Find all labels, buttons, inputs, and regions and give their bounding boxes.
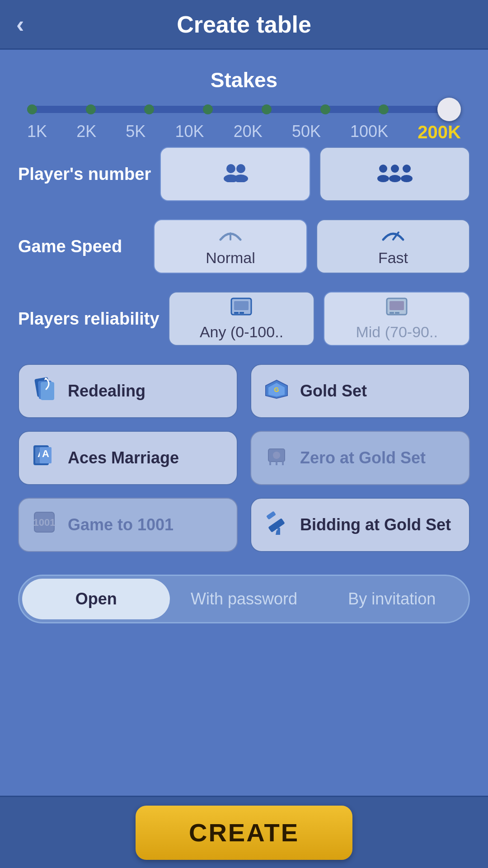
zero-at-gold-set-icon: [262, 443, 291, 473]
svg-point-32: [273, 452, 280, 459]
svg-text:A: A: [42, 448, 49, 459]
slider-dot-5k: [144, 104, 154, 114]
svg-rect-19: [395, 312, 399, 314]
svg-point-8: [403, 165, 411, 173]
create-button[interactable]: CREATE: [136, 806, 352, 860]
redealing-icon: [30, 376, 59, 406]
stake-label-10k: 10K: [175, 122, 204, 142]
svg-point-5: [377, 175, 389, 182]
game-speed-label: Game Speed: [18, 237, 145, 256]
svg-rect-18: [389, 312, 394, 314]
back-button[interactable]: ‹: [16, 11, 24, 38]
reliability-any-button[interactable]: Any (0-100..: [169, 292, 315, 346]
reliability-options: Any (0-100.. Mid (70-90..: [169, 292, 470, 346]
slider-dot-10k: [203, 104, 213, 114]
bidding-at-gold-set-label: Bidding at Gold Set: [300, 515, 451, 534]
slider-dots: [27, 98, 461, 121]
any-reliability-label: Any (0-100..: [200, 323, 283, 341]
bidding-at-gold-set-button[interactable]: Bidding at Gold Set: [250, 498, 470, 552]
stake-label-2k: 2K: [76, 122, 96, 142]
three-players-icon: [377, 162, 413, 186]
stake-label-1k: 1K: [27, 122, 47, 142]
fast-speed-icon: [381, 226, 405, 246]
svg-point-7: [389, 175, 401, 182]
players-number-label: Player's number: [18, 165, 151, 184]
game-to-1001-label: Game to 1001: [68, 515, 174, 534]
stake-label-200k: 200K: [418, 122, 461, 142]
players-2-button[interactable]: [160, 147, 310, 201]
normal-speed-icon: [219, 226, 242, 246]
svg-point-2: [236, 164, 245, 173]
stake-label-50k: 50K: [292, 122, 321, 142]
svg-rect-13: [234, 301, 249, 310]
svg-rect-17: [389, 301, 404, 310]
stakes-title: Stakes: [18, 68, 470, 92]
stake-label-100k: 100K: [350, 122, 388, 142]
slider-labels: 1K 2K 5K 10K 20K 50K 100K 200K: [27, 122, 461, 142]
svg-point-9: [401, 175, 413, 182]
svg-point-6: [391, 165, 399, 173]
gold-set-button[interactable]: G Gold Set: [250, 364, 470, 418]
access-invitation-button[interactable]: By invitation: [318, 579, 466, 619]
speed-fast-button[interactable]: Fast: [316, 219, 470, 274]
svg-rect-15: [239, 312, 244, 314]
stakes-slider-track[interactable]: [27, 106, 461, 113]
slider-dot-100k: [379, 104, 389, 114]
game-speed-row: Game Speed Normal Fast: [18, 219, 470, 274]
svg-rect-39: [266, 511, 276, 520]
players-number-row: Player's number: [18, 147, 470, 201]
footer: CREATE: [0, 796, 488, 868]
zero-at-gold-set-label: Zero at Gold Set: [300, 448, 426, 467]
players-reliability-row: Players reliability Any (0-100..: [18, 292, 470, 346]
page-title: Create table: [177, 11, 311, 38]
aces-marriage-button[interactable]: A A Aces Marriage: [18, 431, 238, 485]
stakes-slider-container: 1K 2K 5K 10K 20K 50K 100K 200K: [18, 106, 470, 142]
two-players-icon: [222, 162, 249, 186]
game-to-1001-button[interactable]: 1001 Game to 1001: [18, 498, 238, 552]
header: ‹ Create table: [0, 0, 488, 50]
slider-dot-2k: [86, 104, 96, 114]
aces-marriage-label: Aces Marriage: [68, 448, 179, 467]
redealing-label: Redealing: [68, 382, 145, 401]
redealing-button[interactable]: Redealing: [18, 364, 238, 418]
normal-speed-label: Normal: [206, 249, 255, 267]
access-open-button[interactable]: Open: [22, 579, 170, 619]
features-grid: Redealing G Gold Set A A: [18, 364, 470, 552]
svg-rect-14: [234, 312, 239, 314]
fast-speed-label: Fast: [378, 249, 408, 267]
stake-label-5k: 5K: [126, 122, 145, 142]
slider-dot-1k: [27, 104, 37, 114]
main-content: Stakes 1K 2K 5K 10K 20K: [0, 50, 488, 796]
players-3-button[interactable]: [319, 147, 470, 201]
svg-text:G: G: [274, 386, 279, 393]
svg-point-0: [226, 164, 235, 173]
stakes-section: Stakes 1K 2K 5K 10K 20K: [18, 68, 470, 142]
slider-dot-200k: [437, 98, 461, 121]
stake-label-20k: 20K: [234, 122, 263, 142]
svg-point-4: [379, 165, 387, 173]
access-row: Open With password By invitation: [18, 575, 470, 623]
players-number-options: [160, 147, 470, 201]
reliability-mid-button[interactable]: Mid (70-90..: [324, 292, 470, 346]
any-reliability-icon: [230, 297, 253, 321]
svg-text:1001: 1001: [33, 517, 56, 528]
mid-reliability-icon: [385, 297, 408, 321]
mid-reliability-label: Mid (70-90..: [356, 323, 437, 341]
game-speed-options: Normal Fast: [154, 219, 470, 274]
players-reliability-label: Players reliability: [18, 309, 160, 329]
slider-dot-50k: [320, 104, 330, 114]
svg-rect-22: [41, 382, 54, 400]
slider-dot-20k: [262, 104, 272, 114]
access-password-button[interactable]: With password: [170, 579, 318, 619]
speed-normal-button[interactable]: Normal: [154, 219, 307, 274]
aces-marriage-icon: A A: [30, 443, 59, 473]
game-to-1001-icon: 1001: [30, 509, 59, 540]
gold-set-icon: G: [262, 377, 291, 405]
gold-set-label: Gold Set: [300, 382, 367, 401]
zero-at-gold-set-button[interactable]: Zero at Gold Set: [250, 431, 470, 485]
bidding-at-gold-set-icon: [262, 509, 291, 540]
